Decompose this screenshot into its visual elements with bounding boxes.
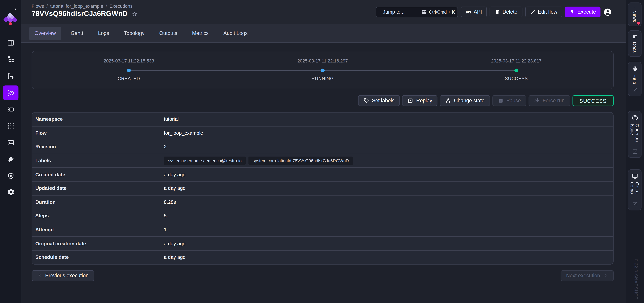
- account-circle-icon: [603, 8, 612, 16]
- row-value: a day ago: [164, 241, 186, 246]
- row-value: a day ago: [164, 254, 186, 260]
- tab-gantt[interactable]: Gantt: [65, 27, 88, 40]
- row-value: a day ago: [164, 172, 186, 177]
- delete-button[interactable]: Delete: [490, 7, 522, 17]
- execution-pager: Previous execution Next execution: [32, 270, 614, 281]
- sidebar-item-tests[interactable]: [3, 69, 18, 84]
- rail-item-news[interactable]: News: [628, 3, 642, 26]
- rail-item-help[interactable]: Help: [628, 62, 642, 96]
- row-label: Attempt: [32, 227, 164, 233]
- execution-details-table: Namespace tutorial Flow for_loop_example…: [32, 112, 614, 264]
- execution-actions: Set labels Replay Change state Pause For…: [32, 95, 614, 106]
- table-row: Original creation date a day ago: [32, 236, 613, 250]
- sidebar-item-settings[interactable]: [3, 184, 18, 199]
- label-chip-username[interactable]: system.username:aemerich@kestra.io: [164, 157, 246, 165]
- row-label: Namespace: [32, 116, 164, 122]
- plugins-icon: [7, 155, 14, 163]
- administration-icon: [7, 172, 14, 180]
- kestra-logo[interactable]: [0, 11, 21, 28]
- rail-item-label: Help: [632, 74, 637, 84]
- flows-icon: [7, 55, 14, 63]
- table-row: Schedule date a day ago: [32, 250, 613, 264]
- breadcrumb-executions[interactable]: Executions: [110, 4, 133, 9]
- sidebar-item-plugins[interactable]: [3, 152, 18, 166]
- sidebar-item-flows[interactable]: [3, 52, 18, 67]
- api-button[interactable]: API API: [461, 7, 487, 17]
- tab-logs[interactable]: Logs: [93, 27, 114, 40]
- pencil-icon: [530, 9, 536, 15]
- search-shortcut: Ctrl/Cmd + K: [422, 9, 455, 15]
- svg-text:API: API: [466, 11, 470, 13]
- row-label: Revision: [32, 144, 164, 150]
- table-row: Attempt 1: [32, 222, 613, 236]
- replay-button[interactable]: Replay: [402, 95, 438, 106]
- set-labels-button[interactable]: Set labels: [358, 95, 400, 106]
- execute-button[interactable]: Execute: [565, 7, 600, 17]
- pause-button[interactable]: Pause: [492, 95, 526, 106]
- search-input[interactable]: [382, 9, 419, 15]
- blueprints-icon: [7, 139, 14, 146]
- kestra-app: News Docs Help Open an Issue Get a demo …: [0, 0, 644, 303]
- breadcrumb: Flows / tutorial.for_loop_example / Exec…: [32, 4, 132, 9]
- row-value: 1: [164, 227, 166, 233]
- right-rail: News Docs Help Open an Issue Get a demo …: [626, 0, 644, 303]
- row-value: tutorial: [164, 116, 179, 122]
- next-execution-button[interactable]: Next execution: [561, 270, 614, 281]
- row-label: Duration: [32, 199, 164, 205]
- change-state-button[interactable]: Change state: [440, 95, 490, 106]
- monitor-icon: [632, 173, 638, 179]
- rail-item-label: Docs: [632, 42, 637, 53]
- breadcrumb-flow-id[interactable]: tutorial.for_loop_example: [50, 4, 103, 9]
- sidebar-item-executions[interactable]: [3, 86, 18, 100]
- timeline-dot-running: [321, 69, 324, 72]
- timeline-state-created: 2025-03-17 11:22:15.533 CREATED: [32, 51, 226, 89]
- sidebar-item-dashboard[interactable]: [3, 35, 18, 50]
- sidebar-item-administration[interactable]: [3, 168, 18, 183]
- user-avatar[interactable]: [603, 8, 612, 16]
- jump-to-search[interactable]: Ctrl/Cmd + K: [376, 7, 458, 17]
- page-title: 78VVsQ96hdlsrCJa6RGWnD: [32, 10, 128, 18]
- logs-icon: [7, 106, 14, 113]
- force-run-button[interactable]: Force run: [529, 95, 570, 106]
- tab-topology[interactable]: Topology: [118, 27, 150, 40]
- label-chip-correlation-id[interactable]: system.correlationId:78VVsQ96hdlsrCJa6RG…: [249, 157, 353, 165]
- settings-gear-icon: [7, 188, 14, 196]
- tab-audit-logs[interactable]: Audit Logs: [218, 27, 253, 40]
- state-machine-icon: [446, 98, 451, 104]
- edit-flow-button[interactable]: Edit flow: [525, 7, 562, 17]
- table-row: Created date a day ago: [32, 167, 613, 181]
- app-version: 0.22.0-SNAPSHOT: [634, 259, 639, 299]
- sidebar-item-logs[interactable]: [3, 102, 18, 117]
- lightning-icon: [570, 9, 575, 15]
- tests-icon: [7, 72, 14, 80]
- table-row: Steps 5: [32, 209, 613, 222]
- github-icon: [632, 115, 638, 121]
- timeline-state-running: 2025-03-17 11:22:16.297 RUNNING: [226, 51, 420, 89]
- star-icon[interactable]: [132, 11, 138, 17]
- rail-item-docs[interactable]: Docs: [628, 31, 642, 57]
- row-label: Created date: [32, 172, 164, 177]
- rail-item-get-a-demo[interactable]: Get a demo: [628, 169, 642, 210]
- timeline-timestamp: 2025-03-17 11:22:16.297: [226, 58, 420, 63]
- news-notification-dot: [636, 21, 640, 25]
- sidebar-item-apps[interactable]: [3, 118, 18, 133]
- rail-item-open-an-issue[interactable]: Open an Issue: [628, 111, 642, 158]
- overview-content: 2025-03-17 11:22:15.533 CREATED 2025-03-…: [21, 43, 626, 303]
- external-link-icon: [632, 201, 638, 207]
- row-label: Flow: [32, 130, 164, 136]
- play-box-icon: [408, 98, 413, 104]
- row-value: system.username:aemerich@kestra.io syste…: [164, 157, 353, 165]
- execution-tabs: Overview Gantt Logs Topology Outputs Met…: [21, 24, 626, 43]
- rail-item-label: News: [632, 11, 637, 22]
- table-row-labels: Labels system.username:aemerich@kestra.i…: [32, 154, 613, 167]
- breadcrumb-flows[interactable]: Flows: [32, 4, 44, 9]
- previous-execution-button[interactable]: Previous execution: [32, 270, 94, 281]
- sidebar-item-blueprints[interactable]: [3, 135, 18, 150]
- tag-icon: [363, 98, 369, 104]
- row-label: Labels: [32, 158, 164, 164]
- slack-icon: [632, 66, 638, 71]
- tab-overview[interactable]: Overview: [29, 27, 61, 40]
- tab-outputs[interactable]: Outputs: [154, 27, 183, 40]
- timeline-dot-created: [127, 69, 131, 72]
- tab-metrics[interactable]: Metrics: [187, 27, 214, 40]
